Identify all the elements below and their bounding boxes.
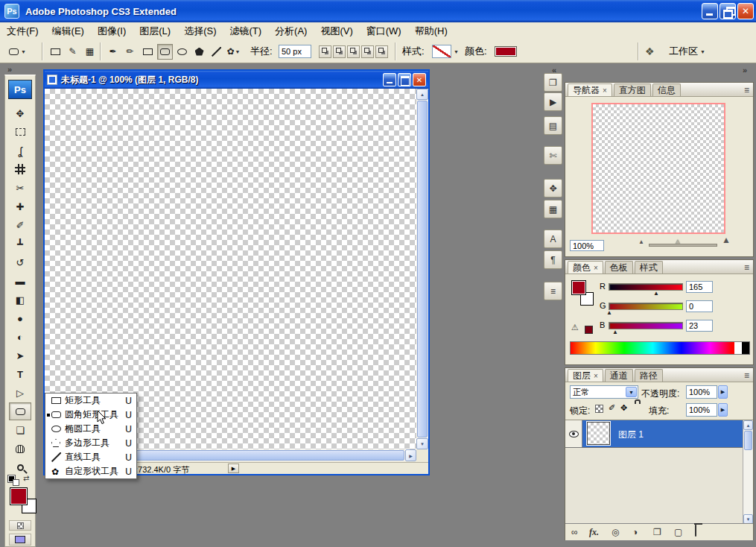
menu-view[interactable]: 视图(V) [314,22,359,40]
menu-select[interactable]: 选择(S) [177,22,223,40]
workspace-button[interactable]: 工作区 ▼ [669,40,705,63]
layer-list-scrollbar[interactable]: ▲ ▼ [743,420,753,524]
line-tool-button[interactable] [209,44,224,60]
scroll-up-icon[interactable]: ▲ [416,89,428,100]
tab-color[interactable]: 颜色 × [568,261,603,274]
rectangle-tool-button[interactable] [140,44,156,60]
flyout-item-custom-shape[interactable]: ✿ 自定形状工具 U [45,464,136,478]
layer-mask-icon[interactable]: ◎ [612,527,619,537]
dock-panel-button-3[interactable]: ▤ [544,116,562,135]
dock-panel-button-6[interactable]: ▦ [544,200,562,218]
foreground-color-swatch[interactable] [571,280,586,295]
foreground-color-swatch[interactable] [10,487,28,505]
status-menu-icon[interactable]: ▶ [228,464,239,473]
slider-thumb-icon[interactable]: ▲ [606,309,612,316]
tool-lasso[interactable]: ʆ [9,142,31,159]
flyout-item-ellipse[interactable]: 椭圆工具 U [45,422,136,436]
doc-close-button[interactable]: ✕ [413,73,426,86]
tool-hand[interactable] [9,440,31,458]
opacity-input[interactable]: 100% [686,385,717,399]
flyout-item-rectangle[interactable]: 矩形工具 U [45,393,136,408]
tab-layers[interactable]: 图层 × [568,369,603,382]
exclude-shape-button[interactable] [375,45,388,58]
bridge-button[interactable]: ❖ [645,40,655,63]
channel-g-slider[interactable] [609,303,683,310]
slider-thumb-icon[interactable]: ▲ [653,290,659,297]
custom-shape-tool-button[interactable]: ✿▼ [226,44,241,60]
navigator-proxy-view[interactable] [591,103,725,234]
tab-channels[interactable]: 通道 [605,369,633,382]
tool-rectangular-marquee[interactable] [9,123,31,141]
quick-mask-button[interactable] [9,520,31,531]
tool-gradient[interactable]: ◧ [9,291,31,309]
flyout-item-line[interactable]: 直线工具 U [45,450,136,464]
scroll-thumb[interactable] [417,101,428,437]
tool-move[interactable]: ✥ [9,104,31,122]
layer-thumbnail[interactable] [587,422,610,445]
add-shape-button[interactable] [333,45,346,58]
doc-minimize-button[interactable] [383,73,396,86]
tool-blur[interactable]: ● [9,309,31,327]
subtract-shape-button[interactable] [347,45,360,58]
tab-swatches[interactable]: 色板 [605,261,633,274]
tab-navigator[interactable]: 导航器 × [568,83,612,96]
slider-thumb-icon[interactable]: ▲ [674,237,682,245]
scroll-right-icon[interactable]: ▶ [405,449,416,461]
polygon-tool-button[interactable] [191,44,207,60]
black-swatch[interactable] [742,342,749,354]
dropdown-icon[interactable]: ▼ [626,387,637,397]
dock-panel-button-4[interactable]: ✄ [544,146,562,165]
document-titlebar[interactable]: 未标题-1 @ 100% (图层 1, RGB/8) ✕ [45,71,428,89]
slider-thumb-icon[interactable]: ▲ [612,329,618,335]
new-layer-icon[interactable]: ▢ [674,527,682,537]
restore-button[interactable] [720,3,736,19]
menu-file[interactable]: 文件(F) [0,22,45,40]
zoom-out-icon[interactable]: ▲ [638,238,644,245]
white-swatch[interactable] [734,342,742,354]
menu-help[interactable]: 帮助(H) [408,22,454,40]
flyout-item-polygon[interactable]: 多边形工具 U [45,436,136,450]
scroll-down-icon[interactable]: ▼ [416,438,428,449]
ellipse-tool-button[interactable] [174,44,190,60]
pen-tool-button[interactable]: ✒ [105,44,121,60]
tool-preset-picker[interactable]: ▼ [9,40,26,63]
new-shape-button[interactable] [319,45,331,58]
dock-panel-button-9[interactable]: ≡ [544,282,562,300]
layer-name[interactable]: 图层 1 [618,429,644,441]
style-picker[interactable]: ▼ [432,40,459,63]
eye-icon[interactable] [569,431,579,437]
swap-colors-icon[interactable]: ⇄ [23,474,29,482]
color-spectrum-ramp[interactable] [570,341,750,355]
panels-collapse-icon[interactable]: » [743,66,746,75]
toolbox-collapse-icon[interactable]: » [7,65,11,74]
tab-close-icon[interactable]: × [594,372,598,380]
delete-layer-icon[interactable] [695,525,696,537]
close-button[interactable]: ✕ [737,3,754,19]
radius-input[interactable]: 50 px [279,45,311,58]
layer-style-icon[interactable]: fx. [589,527,599,538]
panel-menu-icon[interactable]: ≡ [744,262,749,273]
blend-mode-select[interactable]: 正常 ▼ [570,385,638,399]
navigator-zoom-input[interactable]: 100% [570,240,604,251]
shape-color-swatch[interactable] [495,46,517,57]
fill-spinner-icon[interactable]: ▶ [718,403,728,417]
navigator-zoom-slider[interactable] [649,244,717,247]
opacity-spinner-icon[interactable]: ▶ [718,385,728,399]
doc-maximize-button[interactable] [398,73,411,86]
layer-row-selected[interactable]: 图层 1 [582,420,743,447]
menu-layer[interactable]: 图层(L) [133,22,177,40]
tool-path-selection[interactable]: ➤ [9,347,31,364]
tab-histogram[interactable]: 直方图 [614,83,651,96]
channel-b-slider[interactable] [609,322,683,329]
tab-info[interactable]: 信息 [652,83,681,96]
menu-analysis[interactable]: 分析(A) [268,22,314,40]
tool-type[interactable]: T [9,365,31,383]
adjustment-layer-icon[interactable]: ◑ [632,527,638,537]
panel-menu-icon[interactable]: ≡ [744,370,749,381]
new-group-icon[interactable]: ❐ [653,527,661,537]
minimize-button[interactable] [702,3,718,19]
gamut-warning-icon[interactable]: ⚠ [571,323,579,332]
channel-r-slider[interactable] [609,283,683,291]
tool-brush[interactable]: ✐ [9,216,31,234]
tool-history-brush[interactable]: ↺ [9,253,31,271]
